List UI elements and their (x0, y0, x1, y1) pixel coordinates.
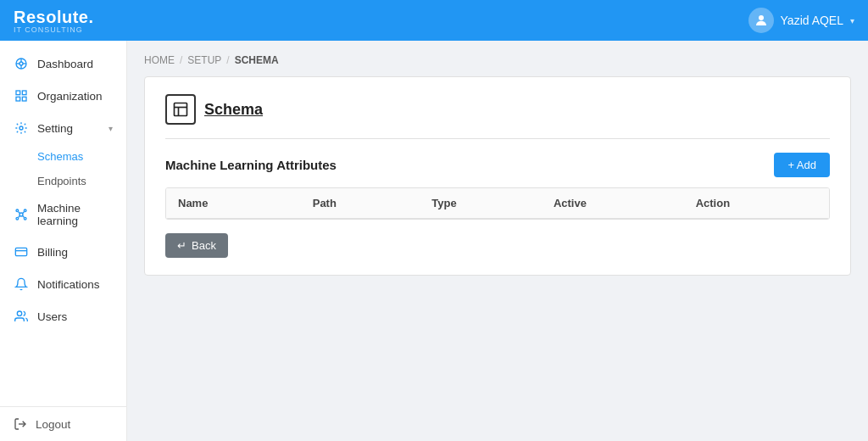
svg-point-13 (16, 209, 19, 212)
breadcrumb-setup[interactable]: SETUP (187, 54, 221, 66)
sidebar-sub-item-schemas[interactable]: Schemas (37, 144, 126, 169)
sidebar-item-label: Dashboard (37, 58, 113, 70)
col-action: Action (684, 188, 829, 219)
logout-label: Logout (36, 418, 70, 431)
breadcrumb-sep-1: / (180, 54, 182, 66)
svg-point-23 (17, 311, 21, 315)
col-active: Active (542, 188, 684, 219)
sidebar-sub-item-endpoints[interactable]: Endpoints (37, 169, 126, 193)
breadcrumb-current: SCHEMA (235, 54, 279, 66)
back-button[interactable]: ↵ Back (165, 233, 228, 258)
sidebar-item-dashboard[interactable]: Dashboard (0, 47, 126, 80)
svg-point-16 (24, 217, 26, 220)
svg-point-15 (16, 217, 19, 220)
back-icon: ↵ (177, 239, 186, 252)
logo-sub: IT CONSULTING (14, 25, 94, 34)
section-header: Machine Learning Attributes + Add (165, 153, 830, 177)
col-path: Path (301, 188, 420, 219)
sidebar-footer: Logout (0, 406, 126, 441)
organization-icon (14, 88, 29, 103)
chevron-down-icon: ▾ (108, 124, 113, 133)
breadcrumb: HOME / SETUP / SCHEMA (144, 54, 851, 66)
user-menu[interactable]: Yazid AQEL ▾ (748, 8, 854, 33)
svg-point-11 (19, 126, 23, 130)
svg-rect-8 (22, 91, 26, 95)
col-name: Name (166, 188, 301, 219)
layout: Dashboard Organization (0, 41, 868, 441)
sidebar-item-billing[interactable]: Billing (0, 236, 126, 268)
machine-learning-icon (14, 207, 29, 222)
svg-rect-10 (22, 97, 26, 101)
sidebar-item-label: Notifications (37, 278, 113, 291)
sidebar-item-setting[interactable]: Setting ▾ (0, 112, 126, 144)
svg-point-1 (19, 62, 23, 65)
sidebar-item-organization[interactable]: Organization (0, 80, 126, 112)
svg-rect-25 (175, 103, 187, 116)
notifications-icon (14, 276, 29, 292)
attributes-table: Name Path Type Active Action (166, 188, 829, 219)
svg-line-17 (19, 212, 20, 214)
svg-rect-7 (16, 91, 20, 95)
chevron-down-icon: ▾ (850, 16, 854, 25)
schema-card: Schema Machine Learning Attributes + Add… (144, 76, 851, 276)
sidebar-item-notifications[interactable]: Notifications (0, 268, 126, 300)
svg-point-0 (759, 15, 764, 20)
section-title: Machine Learning Attributes (165, 158, 337, 172)
svg-point-14 (24, 209, 26, 212)
logo-text: Resolute. (14, 8, 94, 26)
schema-icon (165, 94, 196, 125)
sidebar: Dashboard Organization (0, 41, 127, 441)
topnav: Resolute. IT CONSULTING Yazid AQEL ▾ (0, 0, 868, 41)
table-head: Name Path Type Active Action (166, 188, 829, 219)
back-label: Back (192, 239, 216, 252)
add-button[interactable]: + Add (774, 153, 830, 177)
logo: Resolute. IT CONSULTING (14, 8, 94, 34)
sidebar-sub-setting: Schemas Endpoints (0, 144, 126, 193)
dashboard-icon (14, 56, 29, 71)
main-content: HOME / SETUP / SCHEMA Schema (127, 41, 868, 441)
svg-line-20 (22, 215, 24, 217)
user-name: Yazid AQEL (781, 14, 843, 27)
logout-icon (14, 417, 27, 431)
sidebar-item-users[interactable]: Users (0, 300, 126, 332)
sidebar-item-label: Setting (37, 122, 100, 135)
page-title: Schema (204, 101, 263, 119)
avatar (748, 8, 774, 33)
users-icon (14, 309, 29, 324)
breadcrumb-home[interactable]: HOME (144, 54, 175, 66)
setting-icon (14, 120, 29, 136)
sidebar-item-label: Organization (37, 90, 113, 103)
svg-rect-21 (15, 248, 26, 255)
sidebar-item-label: Billing (37, 246, 113, 259)
logout-button[interactable]: Logout (14, 417, 113, 431)
svg-line-19 (19, 215, 20, 217)
svg-rect-9 (16, 97, 20, 101)
back-button-wrap: ↵ Back (165, 233, 830, 258)
sidebar-item-machine-learning[interactable]: Machine learning (0, 193, 126, 236)
sidebar-nav: Dashboard Organization (0, 41, 126, 406)
sidebar-item-label: Machine learning (37, 202, 113, 227)
col-type: Type (420, 188, 542, 219)
svg-line-18 (22, 212, 24, 214)
page-header: Schema (165, 94, 830, 139)
billing-icon (14, 244, 29, 260)
attributes-table-wrap: Name Path Type Active Action (165, 187, 830, 220)
sidebar-item-label: Users (37, 310, 113, 323)
breadcrumb-sep-2: / (226, 54, 229, 66)
